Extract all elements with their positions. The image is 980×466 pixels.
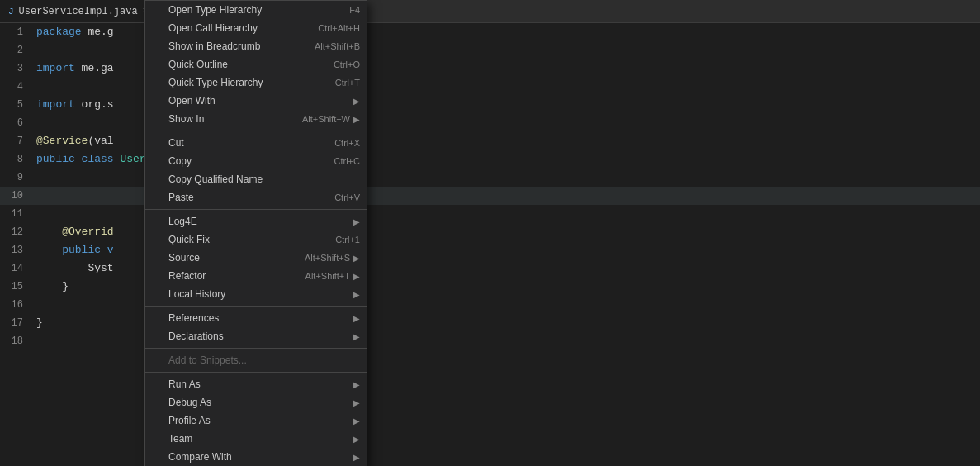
menu-item-label-copy: Copy bbox=[168, 155, 318, 167]
line-number: 12 bbox=[0, 223, 30, 241]
menu-item-paste[interactable]: PasteCtrl+V bbox=[145, 188, 367, 207]
line-number: 2 bbox=[0, 41, 30, 59]
menu-item-shortcut-show-in: Alt+Shift+W bbox=[302, 114, 350, 124]
menu-item-refactor[interactable]: RefactorAlt+Shift+T▶ bbox=[145, 267, 367, 285]
menu-item-local-history[interactable]: Local History▶ bbox=[145, 285, 367, 303]
menu-item-label-references: References bbox=[168, 312, 350, 324]
menu-item-shortcut-quick-outline: Ctrl+O bbox=[334, 59, 360, 69]
menu-item-label-show-in: Show In bbox=[168, 113, 286, 125]
menu-item-open-type-hierarchy[interactable]: Open Type HierarchyF4 bbox=[145, 1, 367, 19]
menu-item-label-show-in-breadcrumb: Show in Breadcrumb bbox=[168, 40, 298, 52]
menu-item-label-profile-as: Profile As bbox=[168, 415, 350, 426]
menu-item-debug-as[interactable]: Debug As▶ bbox=[145, 393, 367, 411]
line-number: 13 bbox=[0, 241, 30, 259]
menu-item-profile-as[interactable]: Profile As▶ bbox=[145, 411, 367, 430]
menu-item-label-run-as: Run As bbox=[168, 378, 350, 390]
menu-item-arrow-source: ▶ bbox=[353, 254, 360, 263]
menu-item-label-compare-with: Compare With bbox=[168, 451, 350, 463]
menu-item-compare-with[interactable]: Compare With▶ bbox=[145, 448, 367, 466]
line-number: 18 bbox=[0, 332, 30, 350]
menu-item-copy[interactable]: CopyCtrl+C bbox=[145, 152, 367, 170]
menu-item-quick-type-hierarchy[interactable]: Quick Type HierarchyCtrl+T bbox=[145, 74, 367, 92]
menu-separator bbox=[145, 209, 367, 210]
menu-item-label-log4e: Log4E bbox=[168, 216, 350, 227]
menu-item-shortcut-refactor: Alt+Shift+T bbox=[305, 271, 350, 281]
menu-item-arrow-debug-as: ▶ bbox=[353, 398, 360, 407]
menu-separator bbox=[145, 306, 367, 307]
menu-item-label-quick-type-hierarchy: Quick Type Hierarchy bbox=[168, 77, 319, 88]
line-number: 4 bbox=[0, 78, 30, 96]
menu-item-arrow-references: ▶ bbox=[353, 314, 360, 323]
menu-item-label-copy-qualified-name: Copy Qualified Name bbox=[168, 174, 360, 185]
menu-separator bbox=[145, 348, 367, 349]
menu-item-shortcut-source: Alt+Shift+S bbox=[305, 253, 350, 263]
menu-item-arrow-refactor: ▶ bbox=[353, 272, 360, 281]
menu-item-shortcut-quick-fix: Ctrl+1 bbox=[335, 235, 360, 245]
menu-item-source[interactable]: SourceAlt+Shift+S▶ bbox=[145, 249, 367, 267]
context-menu: Open Type HierarchyF4Open Call Hierarchy… bbox=[144, 0, 367, 466]
menu-item-shortcut-cut: Ctrl+X bbox=[334, 138, 360, 148]
menu-item-show-in-breadcrumb[interactable]: Show in BreadcrumbAlt+Shift+B bbox=[145, 37, 367, 55]
line-number: 7 bbox=[0, 132, 30, 150]
line-number: 17 bbox=[0, 314, 30, 332]
menu-item-references[interactable]: References▶ bbox=[145, 309, 367, 327]
menu-item-declarations[interactable]: Declarations▶ bbox=[145, 327, 367, 345]
menu-item-shortcut-open-call-hierarchy: Ctrl+Alt+H bbox=[318, 23, 360, 33]
menu-item-label-quick-fix: Quick Fix bbox=[168, 234, 319, 245]
menu-item-label-debug-as: Debug As bbox=[168, 397, 350, 408]
menu-item-log4e[interactable]: Log4E▶ bbox=[145, 212, 367, 231]
menu-item-label-source: Source bbox=[168, 252, 288, 264]
menu-item-label-quick-outline: Quick Outline bbox=[168, 59, 317, 70]
menu-item-shortcut-open-type-hierarchy: F4 bbox=[349, 5, 360, 15]
menu-item-cut[interactable]: CutCtrl+X bbox=[145, 134, 367, 152]
line-number: 14 bbox=[0, 259, 30, 278]
line-number: 10 bbox=[0, 187, 30, 205]
line-number: 16 bbox=[0, 296, 30, 314]
line-number: 5 bbox=[0, 96, 30, 114]
menu-item-label-open-with: Open With bbox=[168, 95, 350, 107]
menu-item-run-as[interactable]: Run As▶ bbox=[145, 375, 367, 393]
editor-tab[interactable]: J UserServiceImpl.java × bbox=[0, 0, 157, 22]
menu-item-show-in[interactable]: Show InAlt+Shift+W▶ bbox=[145, 110, 367, 128]
tab-file-icon: J bbox=[8, 7, 14, 17]
menu-item-shortcut-paste: Ctrl+V bbox=[334, 193, 360, 202]
menu-separator bbox=[145, 372, 367, 373]
menu-item-quick-outline[interactable]: Quick OutlineCtrl+O bbox=[145, 55, 367, 74]
line-number: 3 bbox=[0, 59, 30, 78]
menu-item-arrow-compare-with: ▶ bbox=[353, 453, 360, 462]
menu-item-add-to-snippets: Add to Snippets... bbox=[145, 351, 367, 369]
menu-separator bbox=[145, 131, 367, 131]
menu-item-quick-fix[interactable]: Quick FixCtrl+1 bbox=[145, 231, 367, 249]
menu-item-label-paste: Paste bbox=[168, 192, 318, 203]
menu-item-shortcut-quick-type-hierarchy: Ctrl+T bbox=[335, 78, 360, 88]
menu-item-open-with[interactable]: Open With▶ bbox=[145, 92, 367, 110]
menu-item-arrow-team: ▶ bbox=[353, 435, 360, 444]
menu-item-team[interactable]: Team▶ bbox=[145, 430, 367, 448]
menu-item-arrow-run-as: ▶ bbox=[353, 380, 360, 389]
menu-item-arrow-profile-as: ▶ bbox=[353, 416, 360, 426]
menu-item-open-call-hierarchy[interactable]: Open Call HierarchyCtrl+Alt+H bbox=[145, 19, 367, 37]
menu-item-arrow-show-in: ▶ bbox=[353, 115, 360, 124]
line-number: 1 bbox=[0, 23, 30, 41]
menu-item-label-team: Team bbox=[168, 433, 350, 445]
tab-label: UserServiceImpl.java bbox=[19, 6, 138, 17]
menu-item-copy-qualified-name[interactable]: Copy Qualified Name bbox=[145, 170, 367, 188]
menu-item-label-local-history: Local History bbox=[168, 288, 350, 300]
menu-item-label-open-type-hierarchy: Open Type Hierarchy bbox=[168, 4, 333, 16]
line-number: 9 bbox=[0, 169, 30, 187]
menu-item-shortcut-show-in-breadcrumb: Alt+Shift+B bbox=[315, 41, 360, 51]
menu-item-label-refactor: Refactor bbox=[168, 270, 289, 282]
menu-item-label-add-to-snippets: Add to Snippets... bbox=[168, 354, 360, 366]
line-number: 6 bbox=[0, 114, 30, 132]
menu-item-shortcut-copy: Ctrl+C bbox=[334, 156, 360, 166]
line-number: 8 bbox=[0, 150, 30, 169]
menu-item-label-open-call-hierarchy: Open Call Hierarchy bbox=[168, 22, 301, 34]
line-number: 11 bbox=[0, 205, 30, 223]
line-number: 15 bbox=[0, 278, 30, 296]
menu-item-arrow-declarations: ▶ bbox=[353, 332, 360, 341]
menu-item-arrow-log4e: ▶ bbox=[353, 217, 360, 226]
menu-item-arrow-open-with: ▶ bbox=[353, 97, 360, 106]
menu-item-label-cut: Cut bbox=[168, 137, 318, 149]
menu-item-label-declarations: Declarations bbox=[168, 330, 350, 342]
menu-item-arrow-local-history: ▶ bbox=[353, 290, 360, 299]
